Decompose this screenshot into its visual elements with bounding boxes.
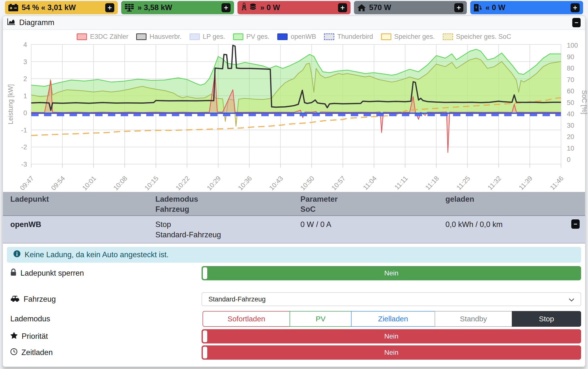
lademodus-zielladen-button[interactable]: Zielladen	[351, 311, 435, 327]
svg-text:10:50: 10:50	[299, 175, 316, 192]
badge-grid-add-button[interactable]	[338, 3, 347, 12]
svg-text:70: 70	[567, 76, 574, 84]
svg-text:-3: -3	[21, 161, 27, 168]
svg-text:09:54: 09:54	[50, 175, 66, 192]
chargepoint-controls: Keine Ladung, da kein Auto angesteckt is…	[3, 247, 585, 367]
svg-text:1: 1	[23, 92, 27, 100]
header-ladepunkt: Ladepunkt	[10, 194, 155, 214]
legend-item-openwb[interactable]: openWB	[277, 33, 316, 41]
priority-label: Priorität	[10, 332, 48, 341]
badge-battery-add-button[interactable]	[105, 3, 114, 12]
svg-text:0: 0	[567, 156, 571, 163]
svg-text:60: 60	[567, 87, 574, 95]
legend-item-hausverbr-[interactable]: Hausverbr.	[136, 33, 182, 41]
badge-chargepoint[interactable]: « 0 W	[470, 1, 583, 14]
svg-text:20: 20	[567, 133, 574, 141]
lademodus-pv-button[interactable]: PV	[290, 311, 352, 327]
legend-swatch	[77, 33, 87, 40]
priority-row: Priorität Nein	[3, 329, 585, 343]
legend-label: E3DC Zähler	[90, 33, 128, 41]
svg-text:11:46: 11:46	[549, 175, 565, 191]
chargepoint-row: openWB Stop Standard-Fahrzeug 0 W / 0 A …	[3, 215, 585, 243]
plus-icon	[223, 5, 229, 11]
svg-text:30: 30	[567, 122, 574, 129]
chart-legend: E3DC ZählerHausverbr.LP ges.PV ges.openW…	[3, 32, 585, 42]
legend-swatch	[381, 33, 391, 40]
svg-text:10:43: 10:43	[268, 175, 284, 192]
badge-grid-text: » 0 W	[260, 3, 280, 12]
badge-pv[interactable]: » 3,58 kW	[121, 1, 234, 14]
timed-charge-toggle[interactable]: Nein	[202, 345, 581, 360]
legend-swatch	[136, 33, 147, 40]
diagram-title: Diagramm	[19, 18, 54, 27]
plus-icon	[456, 5, 462, 11]
timed-charge-label: Zeitladen	[10, 348, 53, 357]
svg-text:-1: -1	[21, 127, 27, 134]
main-card: Diagramm E3DC ZählerHausverbr.LP ges.PV …	[2, 15, 586, 367]
lock-label: Ladepunkt sperren	[10, 269, 84, 278]
priority-toggle[interactable]: Nein	[202, 329, 581, 343]
badge-house[interactable]: 570 W	[354, 1, 467, 14]
status-bar: 54 % « 3,01 kW » 3,58 kW » 0 W	[0, 0, 588, 15]
svg-text:11:04: 11:04	[362, 175, 378, 191]
badge-chargepoint-add-button[interactable]	[571, 3, 580, 12]
legend-label: PV ges.	[246, 33, 270, 41]
badge-pv-add-button[interactable]	[221, 3, 231, 12]
lademodus-row: Lademodus SofortladenPVZielladenStandbyS…	[3, 311, 585, 327]
legend-label: openWB	[291, 33, 316, 41]
lademodus-standby-button[interactable]: Standby	[435, 311, 513, 327]
legend-item-pv-ges-[interactable]: PV ges.	[233, 33, 270, 41]
legend-swatch	[277, 33, 288, 40]
svg-text:SoC [%]: SoC [%]	[581, 90, 588, 114]
legend-label: Hausverbr.	[149, 33, 182, 41]
svg-text:11:39: 11:39	[517, 175, 534, 191]
legend-label: Speicher ges. SoC	[456, 33, 511, 41]
collapse-chargepoint-button[interactable]	[571, 219, 580, 229]
timed-charge-row: Zeitladen Nein	[3, 345, 585, 360]
minus-icon	[573, 222, 578, 227]
vehicle-label: Fahrzeug	[10, 295, 56, 304]
chargepoint-power: 0 W / 0 A	[300, 219, 445, 240]
svg-text:10:22: 10:22	[174, 175, 191, 192]
badge-battery-text: 54 % « 3,01 kW	[22, 3, 76, 12]
chargepoint-name: openWB	[10, 219, 155, 240]
chargepoint-mode-vehicle: Stop Standard-Fahrzeug	[155, 219, 300, 240]
badge-house-add-button[interactable]	[454, 3, 463, 12]
vehicle-select[interactable]: Standard-Fahrzeug	[202, 292, 581, 306]
legend-item-speicher-ges-soc[interactable]: Speicher ges. SoC	[443, 33, 511, 41]
lock-toggle[interactable]: Nein	[202, 266, 581, 280]
no-charge-alert: Keine Ladung, da kein Auto angesteckt is…	[7, 247, 581, 263]
svg-text:50: 50	[567, 99, 574, 106]
svg-text:3: 3	[23, 58, 27, 66]
badge-house-text: 570 W	[369, 3, 391, 12]
toggle-handle	[203, 347, 207, 358]
header-parameter-soc: ParameterSoC	[300, 194, 445, 214]
legend-swatch	[324, 33, 334, 40]
lock-row: Ladepunkt sperren Nein	[3, 266, 585, 280]
legend-item-lp-ges-[interactable]: LP ges.	[190, 33, 225, 41]
svg-text:10:15: 10:15	[143, 175, 160, 192]
svg-text:11:11: 11:11	[393, 175, 409, 191]
legend-item-speicher-ges-[interactable]: Speicher ges.	[381, 33, 435, 41]
transmission-tower-icon	[241, 2, 247, 13]
lademodus-sofortladen-button[interactable]: Sofortladen	[203, 311, 290, 327]
svg-text:40: 40	[567, 110, 574, 118]
badge-grid[interactable]: » 0 W	[237, 1, 350, 14]
info-icon	[13, 250, 21, 259]
lademodus-stop-button[interactable]: Stop	[512, 311, 581, 327]
legend-item-e3dc-z-hler[interactable]: E3DC Zähler	[77, 33, 128, 41]
solar-panel-icon	[125, 4, 134, 12]
svg-text:2: 2	[23, 75, 27, 83]
lademodus-label: Lademodus	[10, 314, 50, 323]
star-icon	[10, 332, 18, 341]
legend-swatch	[233, 33, 243, 40]
badge-battery[interactable]: 54 % « 3,01 kW	[5, 1, 118, 14]
svg-text:4: 4	[23, 42, 27, 48]
vehicle-row: Fahrzeug Standard-Fahrzeug	[3, 292, 585, 306]
collapse-diagram-button[interactable]	[572, 18, 581, 27]
charging-station-icon	[474, 4, 482, 12]
legend-swatch	[190, 33, 200, 40]
minus-icon	[574, 20, 579, 25]
coins-icon	[249, 3, 257, 12]
legend-item-thunderbird[interactable]: Thunderbird	[324, 33, 373, 41]
